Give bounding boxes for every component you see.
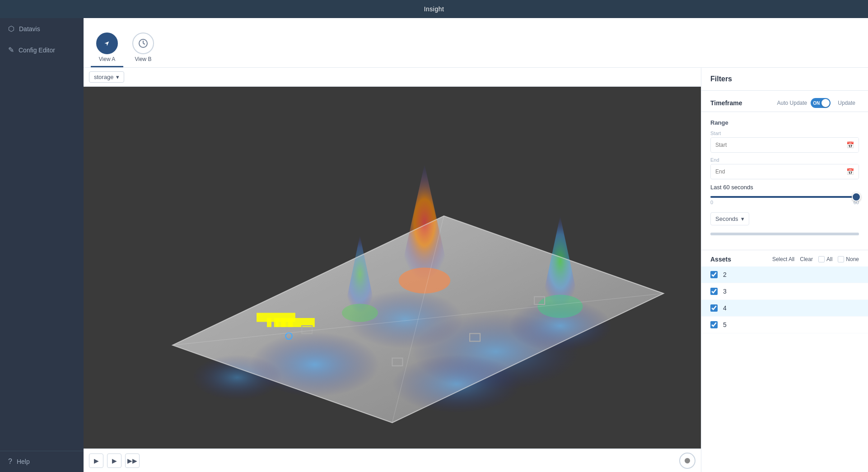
asset-row-3: 3 [701, 283, 868, 300]
tab-view-b-label: View B [135, 56, 151, 62]
last-n-label: Last 60 seconds [710, 184, 859, 191]
sidebar: ⬡ Datavis ✎ Config Editor ? Help [0, 18, 84, 472]
asset-row-4: 4 [701, 300, 868, 317]
workspace: storage ▾ [84, 68, 868, 472]
none-checkbox[interactable] [838, 256, 844, 262]
asset-3-checkbox[interactable] [710, 288, 718, 295]
next-button[interactable]: ▶ [107, 453, 121, 468]
chart-icon: ⬡ [8, 24, 14, 33]
start-date-group: Start 📅 [710, 131, 859, 153]
sidebar-item-config-editor[interactable]: ✎ Config Editor [0, 39, 84, 61]
range-label: Range [710, 119, 859, 126]
viz-area: storage ▾ [84, 68, 701, 472]
select-all-button[interactable]: Select All [772, 256, 794, 262]
timeframe-section: Timeframe Auto Update ON Update [701, 91, 868, 112]
svg-point-13 [399, 268, 450, 294]
storage-select[interactable]: storage ▾ [89, 71, 124, 83]
end-date-group: End 📅 [710, 157, 859, 179]
start-calendar-icon[interactable]: 📅 [842, 138, 859, 152]
filters-title: Filters [710, 75, 732, 83]
svg-line-4 [143, 43, 145, 44]
asset-4-id: 4 [723, 304, 727, 312]
content-area: View A View B [84, 18, 868, 472]
assets-actions: Select All Clear All None [772, 256, 859, 262]
sidebar-item-datavis[interactable]: ⬡ Datavis [0, 18, 84, 39]
storage-chevron-icon: ▾ [116, 74, 119, 80]
tab-view-b-icon [132, 33, 154, 54]
assets-list: 2 3 4 5 [701, 266, 868, 333]
controls-bar: ▶ ▶ ▶▶ [84, 449, 701, 472]
asset-2-checkbox[interactable] [710, 271, 718, 278]
storage-label: storage [94, 74, 113, 80]
asset-row-5: 5 [701, 317, 868, 333]
tab-view-a-label: View A [99, 56, 115, 62]
start-input[interactable] [711, 138, 842, 152]
svg-rect-19 [267, 318, 271, 327]
end-calendar-icon[interactable]: 📅 [842, 164, 859, 179]
end-label: End [710, 157, 859, 163]
update-button[interactable]: Update [834, 98, 859, 108]
filters-panel: Filters Timeframe Auto Update ON Update [701, 68, 868, 472]
asset-2-id: 2 [723, 271, 727, 278]
play-icon: ▶ [94, 457, 99, 464]
tab-view-b[interactable]: View B [127, 29, 159, 67]
play-button[interactable]: ▶ [89, 453, 103, 468]
end-input-wrapper: 📅 [710, 164, 859, 179]
svg-point-17 [342, 304, 378, 322]
none-checkbox-group: None [838, 256, 859, 262]
asset-3-id: 3 [723, 288, 727, 295]
tab-view-a-icon [96, 33, 118, 54]
auto-update-group: Auto Update ON Update [777, 98, 859, 108]
time-slider-container: 0 60 [710, 196, 859, 205]
app-title: Insight [424, 5, 444, 13]
sidebar-item-config-label: Config Editor [19, 47, 55, 54]
record-icon [685, 458, 690, 463]
skip-button[interactable]: ▶▶ [125, 453, 140, 468]
help-icon: ? [8, 458, 12, 466]
slider-fill [710, 196, 859, 198]
assets-title: Assets [710, 256, 731, 263]
unit-label: Seconds [715, 215, 738, 222]
asset-5-checkbox[interactable] [710, 321, 718, 328]
next-icon: ▶ [112, 457, 117, 464]
toggle-knob [821, 99, 830, 107]
asset-5-id: 5 [723, 321, 727, 328]
slider-thumb[interactable] [852, 192, 861, 201]
start-label: Start [710, 131, 859, 136]
range-section: Range Start 📅 End 📅 [701, 112, 868, 250]
sidebar-item-datavis-label: Datavis [19, 25, 40, 33]
edit-icon: ✎ [8, 46, 14, 54]
slider-labels: 0 60 [710, 200, 859, 205]
unit-select[interactable]: Seconds ▾ [710, 212, 749, 225]
auto-update-toggle[interactable]: ON [811, 98, 831, 108]
unit-chevron-icon: ▾ [741, 215, 744, 222]
sidebar-item-help-label: Help [17, 458, 30, 465]
skip-icon: ▶▶ [127, 457, 137, 464]
scrollbar-indicator[interactable] [710, 233, 859, 235]
assets-header: Assets Select All Clear All None [701, 250, 868, 266]
start-input-wrapper: 📅 [710, 137, 859, 153]
auto-update-label: Auto Update [777, 100, 807, 106]
svg-point-11 [392, 355, 522, 413]
record-button[interactable] [679, 453, 695, 469]
clear-button[interactable]: Clear [800, 256, 813, 262]
timeframe-title: Timeframe [710, 99, 742, 107]
slider-min: 0 [710, 200, 713, 205]
topbar: Insight [0, 0, 868, 18]
end-input[interactable] [711, 165, 842, 178]
asset-4-checkbox[interactable] [710, 304, 718, 312]
scrollbar-thumb [710, 233, 859, 235]
asset-row-2: 2 [701, 266, 868, 283]
all-label: All [826, 256, 832, 262]
none-label: None [846, 256, 859, 262]
svg-point-10 [192, 355, 282, 400]
all-checkbox-group: All [818, 256, 832, 262]
all-checkbox[interactable] [818, 256, 825, 262]
tab-view-a[interactable]: View A [91, 29, 123, 67]
slider-track[interactable] [710, 196, 859, 198]
toggle-on-label: ON [813, 101, 820, 106]
heatmap-svg [84, 87, 701, 449]
filters-header: Filters [701, 68, 868, 91]
sidebar-item-help[interactable]: ? Help [0, 451, 84, 472]
tabbar: View A View B [84, 18, 868, 68]
